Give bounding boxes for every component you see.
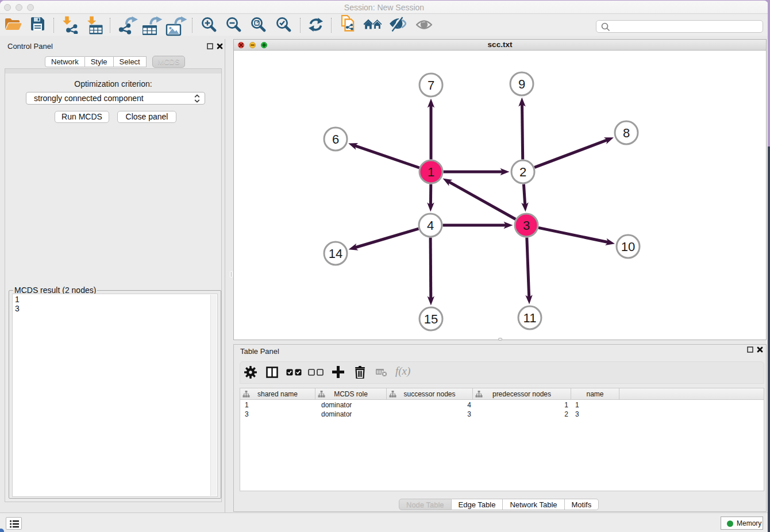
svg-text:1: 1 — [428, 165, 434, 179]
svg-text:4: 4 — [427, 218, 434, 233]
svg-text:14: 14 — [329, 246, 342, 261]
svg-text:3: 3 — [523, 218, 530, 233]
svg-text:7: 7 — [428, 78, 434, 92]
svg-text:6: 6 — [332, 132, 339, 147]
svg-text:2: 2 — [519, 165, 526, 179]
svg-text:15: 15 — [424, 312, 438, 326]
svg-text:10: 10 — [621, 240, 635, 254]
svg-text:9: 9 — [518, 77, 525, 91]
svg-text:8: 8 — [623, 126, 630, 140]
svg-text:11: 11 — [523, 311, 537, 325]
